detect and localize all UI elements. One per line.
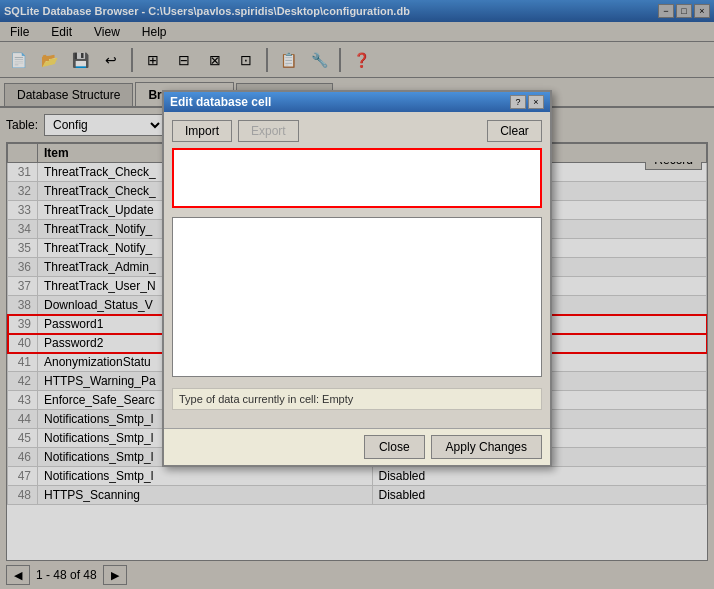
- dialog-title: Edit database cell: [170, 95, 271, 109]
- cell-type-info: Type of data currently in cell: Empty: [172, 388, 542, 410]
- clear-button[interactable]: Clear: [487, 120, 542, 142]
- modal-overlay: Edit database cell ? × Import Export Cle…: [0, 0, 714, 589]
- dialog-close-icon-button[interactable]: ×: [528, 95, 544, 109]
- dialog-footer: Close Apply Changes: [164, 428, 550, 465]
- dialog-btn-row: Import Export Clear: [172, 120, 542, 142]
- dialog-title-buttons: ? ×: [510, 95, 544, 109]
- import-button[interactable]: Import: [172, 120, 232, 142]
- cell-text-area[interactable]: [172, 217, 542, 377]
- dialog-content: Import Export Clear Type of data current…: [164, 112, 550, 428]
- apply-changes-button[interactable]: Apply Changes: [431, 435, 542, 459]
- dialog-help-button[interactable]: ?: [510, 95, 526, 109]
- close-button[interactable]: Close: [364, 435, 425, 459]
- edit-dialog: Edit database cell ? × Import Export Cle…: [162, 90, 552, 467]
- export-button[interactable]: Export: [238, 120, 299, 142]
- cell-editor-top[interactable]: [172, 148, 542, 208]
- dialog-title-bar: Edit database cell ? ×: [164, 92, 550, 112]
